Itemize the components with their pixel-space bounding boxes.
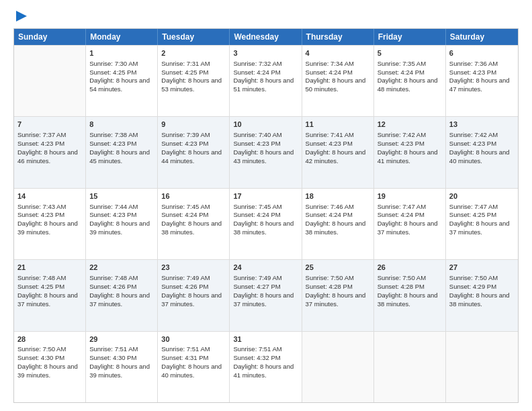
day-number: 27 (449, 263, 515, 273)
day-cell-25: 25Sunrise: 7:50 AM Sunset: 4:28 PM Dayli… (302, 260, 374, 330)
cell-sun-info: Sunrise: 7:51 AM Sunset: 4:32 PM Dayligh… (233, 345, 298, 379)
day-cell-9: 9Sunrise: 7:39 AM Sunset: 4:23 PM Daylig… (158, 117, 230, 187)
calendar: SundayMondayTuesdayWednesdayThursdayFrid… (13, 28, 519, 403)
day-cell-14: 14Sunrise: 7:43 AM Sunset: 4:23 PM Dayli… (14, 189, 86, 259)
day-cell-10: 10Sunrise: 7:40 AM Sunset: 4:23 PM Dayli… (230, 117, 302, 187)
day-number: 2 (161, 48, 226, 58)
cell-sun-info: Sunrise: 7:35 AM Sunset: 4:24 PM Dayligh… (378, 60, 442, 94)
cell-sun-info: Sunrise: 7:48 AM Sunset: 4:26 PM Dayligh… (89, 274, 154, 308)
cell-sun-info: Sunrise: 7:50 AM Sunset: 4:28 PM Dayligh… (306, 274, 370, 308)
day-number: 16 (161, 191, 226, 201)
cell-sun-info: Sunrise: 7:39 AM Sunset: 4:23 PM Dayligh… (161, 131, 226, 165)
day-number: 13 (449, 120, 515, 130)
day-cell-3: 3Sunrise: 7:32 AM Sunset: 4:24 PM Daylig… (230, 46, 302, 116)
cell-sun-info: Sunrise: 7:36 AM Sunset: 4:23 PM Dayligh… (449, 60, 515, 94)
day-number: 6 (449, 48, 515, 58)
day-number: 11 (306, 120, 370, 130)
day-number: 12 (378, 120, 442, 130)
header-day-saturday: Saturday (446, 29, 518, 45)
cell-sun-info: Sunrise: 7:49 AM Sunset: 4:27 PM Dayligh… (233, 274, 298, 308)
day-number: 30 (161, 334, 226, 345)
cell-sun-info: Sunrise: 7:45 AM Sunset: 4:24 PM Dayligh… (161, 203, 226, 237)
day-cell-18: 18Sunrise: 7:46 AM Sunset: 4:24 PM Dayli… (302, 189, 374, 259)
header-day-sunday: Sunday (14, 29, 86, 45)
calendar-week-5: 28Sunrise: 7:50 AM Sunset: 4:30 PM Dayli… (14, 331, 518, 402)
day-cell-28: 28Sunrise: 7:50 AM Sunset: 4:30 PM Dayli… (14, 332, 86, 402)
cell-sun-info: Sunrise: 7:51 AM Sunset: 4:31 PM Dayligh… (161, 345, 226, 379)
header-day-friday: Friday (374, 29, 446, 45)
day-number: 14 (17, 191, 82, 201)
calendar-week-1: 1Sunrise: 7:30 AM Sunset: 4:25 PM Daylig… (14, 45, 518, 116)
day-cell-5: 5Sunrise: 7:35 AM Sunset: 4:24 PM Daylig… (374, 46, 446, 116)
header-day-tuesday: Tuesday (158, 29, 230, 45)
day-number: 21 (17, 263, 82, 273)
day-number: 7 (17, 120, 82, 130)
day-cell-29: 29Sunrise: 7:51 AM Sunset: 4:30 PM Dayli… (86, 332, 158, 402)
cell-sun-info: Sunrise: 7:48 AM Sunset: 4:25 PM Dayligh… (17, 274, 82, 308)
day-number: 24 (233, 263, 298, 273)
day-cell-21: 21Sunrise: 7:48 AM Sunset: 4:25 PM Dayli… (14, 260, 86, 330)
day-cell-12: 12Sunrise: 7:42 AM Sunset: 4:23 PM Dayli… (374, 117, 446, 187)
day-cell-17: 17Sunrise: 7:45 AM Sunset: 4:24 PM Dayli… (230, 189, 302, 259)
day-number: 9 (161, 120, 226, 130)
cell-sun-info: Sunrise: 7:50 AM Sunset: 4:28 PM Dayligh… (378, 274, 442, 308)
day-number: 25 (306, 263, 370, 273)
cell-sun-info: Sunrise: 7:30 AM Sunset: 4:25 PM Dayligh… (89, 60, 154, 94)
day-cell-6: 6Sunrise: 7:36 AM Sunset: 4:23 PM Daylig… (446, 46, 518, 116)
day-cell-26: 26Sunrise: 7:50 AM Sunset: 4:28 PM Dayli… (374, 260, 446, 330)
cell-sun-info: Sunrise: 7:50 AM Sunset: 4:30 PM Dayligh… (17, 345, 82, 379)
cell-sun-info: Sunrise: 7:46 AM Sunset: 4:24 PM Dayligh… (306, 203, 370, 237)
day-number: 15 (89, 191, 154, 201)
day-cell-20: 20Sunrise: 7:47 AM Sunset: 4:25 PM Dayli… (446, 189, 518, 259)
calendar-week-4: 21Sunrise: 7:48 AM Sunset: 4:25 PM Dayli… (14, 259, 518, 330)
day-number: 3 (233, 48, 298, 58)
svg-marker-0 (16, 11, 27, 21)
cell-sun-info: Sunrise: 7:38 AM Sunset: 4:23 PM Dayligh… (89, 131, 154, 165)
day-number: 1 (89, 48, 154, 58)
day-number: 20 (449, 191, 515, 201)
day-cell-13: 13Sunrise: 7:42 AM Sunset: 4:23 PM Dayli… (446, 117, 518, 187)
day-cell-8: 8Sunrise: 7:38 AM Sunset: 4:23 PM Daylig… (86, 117, 158, 187)
day-cell-31: 31Sunrise: 7:51 AM Sunset: 4:32 PM Dayli… (230, 332, 302, 402)
empty-cell (374, 332, 446, 402)
empty-cell (302, 332, 374, 402)
logo (13, 11, 27, 21)
header-day-monday: Monday (86, 29, 158, 45)
day-cell-4: 4Sunrise: 7:34 AM Sunset: 4:24 PM Daylig… (302, 46, 374, 116)
day-number: 8 (89, 120, 154, 130)
day-cell-22: 22Sunrise: 7:48 AM Sunset: 4:26 PM Dayli… (86, 260, 158, 330)
empty-cell (14, 46, 86, 116)
cell-sun-info: Sunrise: 7:45 AM Sunset: 4:24 PM Dayligh… (233, 203, 298, 237)
day-cell-16: 16Sunrise: 7:45 AM Sunset: 4:24 PM Dayli… (158, 189, 230, 259)
day-cell-24: 24Sunrise: 7:49 AM Sunset: 4:27 PM Dayli… (230, 260, 302, 330)
cell-sun-info: Sunrise: 7:37 AM Sunset: 4:23 PM Dayligh… (17, 131, 82, 165)
cell-sun-info: Sunrise: 7:42 AM Sunset: 4:23 PM Dayligh… (378, 131, 442, 165)
cell-sun-info: Sunrise: 7:41 AM Sunset: 4:23 PM Dayligh… (306, 131, 370, 165)
day-number: 4 (306, 48, 370, 58)
day-number: 19 (378, 191, 442, 201)
cell-sun-info: Sunrise: 7:51 AM Sunset: 4:30 PM Dayligh… (89, 345, 154, 379)
day-number: 31 (233, 334, 298, 345)
day-number: 29 (89, 334, 154, 345)
day-cell-1: 1Sunrise: 7:30 AM Sunset: 4:25 PM Daylig… (86, 46, 158, 116)
empty-cell (446, 332, 518, 402)
day-number: 26 (378, 263, 442, 273)
cell-sun-info: Sunrise: 7:47 AM Sunset: 4:25 PM Dayligh… (449, 203, 515, 237)
calendar-week-2: 7Sunrise: 7:37 AM Sunset: 4:23 PM Daylig… (14, 116, 518, 187)
day-number: 5 (378, 48, 442, 58)
calendar-week-3: 14Sunrise: 7:43 AM Sunset: 4:23 PM Dayli… (14, 188, 518, 259)
day-cell-23: 23Sunrise: 7:49 AM Sunset: 4:26 PM Dayli… (158, 260, 230, 330)
day-cell-19: 19Sunrise: 7:47 AM Sunset: 4:24 PM Dayli… (374, 189, 446, 259)
day-cell-2: 2Sunrise: 7:31 AM Sunset: 4:25 PM Daylig… (158, 46, 230, 116)
header-day-wednesday: Wednesday (230, 29, 302, 45)
day-cell-11: 11Sunrise: 7:41 AM Sunset: 4:23 PM Dayli… (302, 117, 374, 187)
cell-sun-info: Sunrise: 7:31 AM Sunset: 4:25 PM Dayligh… (161, 60, 226, 94)
day-number: 22 (89, 263, 154, 273)
page-header (13, 11, 519, 21)
day-number: 28 (17, 334, 82, 345)
day-number: 10 (233, 120, 298, 130)
calendar-body: 1Sunrise: 7:30 AM Sunset: 4:25 PM Daylig… (14, 45, 518, 402)
day-cell-7: 7Sunrise: 7:37 AM Sunset: 4:23 PM Daylig… (14, 117, 86, 187)
cell-sun-info: Sunrise: 7:44 AM Sunset: 4:23 PM Dayligh… (89, 203, 154, 237)
cell-sun-info: Sunrise: 7:42 AM Sunset: 4:23 PM Dayligh… (449, 131, 515, 165)
